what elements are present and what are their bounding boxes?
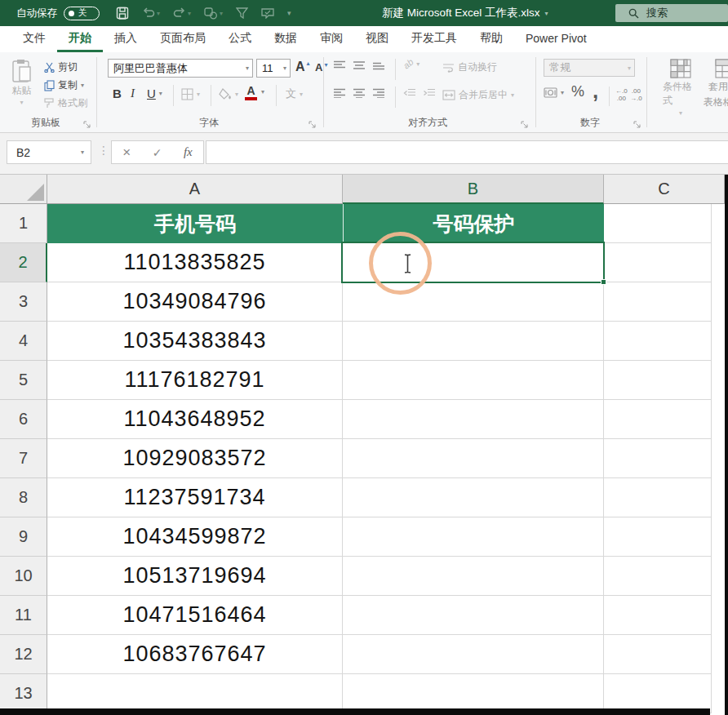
italic-button[interactable]: I: [131, 87, 135, 100]
underline-button[interactable]: U▾: [147, 87, 162, 100]
font-color-button[interactable]: A: [245, 85, 257, 100]
wrap-text-button[interactable]: 自动换行: [442, 60, 497, 74]
cell-c7[interactable]: [604, 439, 712, 478]
enter-button[interactable]: ✓: [153, 146, 162, 159]
cell-b8[interactable]: [343, 478, 604, 517]
phonetic-button[interactable]: 文▾: [286, 87, 303, 101]
tab-power-pivot[interactable]: Power Pivot: [514, 26, 598, 52]
align-right-icon[interactable]: [372, 88, 385, 98]
shapes-icon[interactable]: ▾: [204, 7, 223, 20]
tab-页面布局[interactable]: 页面布局: [149, 26, 217, 52]
tab-数据[interactable]: 数据: [263, 26, 309, 52]
cell-c5[interactable]: [604, 361, 712, 400]
row-header-8[interactable]: 8: [0, 478, 47, 517]
cell-a8[interactable]: 11237591734: [47, 478, 343, 517]
cancel-button[interactable]: ×: [122, 144, 131, 161]
increase-decimal-button[interactable]: ←.0.00: [615, 87, 628, 102]
cell-b4[interactable]: [343, 322, 604, 361]
align-bottom-icon[interactable]: [372, 60, 385, 70]
cell-a3[interactable]: 10349084796: [47, 282, 343, 322]
tab-视图[interactable]: 视图: [354, 26, 400, 52]
fill-color-button[interactable]: ▾: [219, 88, 238, 100]
cut-button[interactable]: 剪切: [44, 60, 78, 74]
cell-b11[interactable]: [343, 596, 604, 635]
copy-button[interactable]: 复制 ▾: [44, 78, 84, 92]
percent-button[interactable]: %: [571, 83, 584, 100]
align-middle-icon[interactable]: [353, 60, 366, 70]
redo-icon[interactable]: ▾: [173, 7, 191, 19]
tab-开始[interactable]: 开始: [57, 26, 103, 52]
cell-a5[interactable]: 11176182791: [47, 361, 343, 400]
merge-center-button[interactable]: 合并后居中 ▾: [442, 88, 514, 102]
column-header-a[interactable]: A: [47, 175, 343, 204]
tab-文件[interactable]: 文件: [11, 26, 57, 52]
format-as-table-button[interactable]: 套用 表格格式: [708, 59, 728, 109]
cell-c3[interactable]: [604, 282, 712, 322]
row-header-11[interactable]: 11: [0, 596, 47, 635]
cell-a1[interactable]: 手机号码: [47, 204, 343, 243]
save-icon[interactable]: [116, 7, 129, 20]
row-header-4[interactable]: 4: [0, 322, 47, 361]
decrease-decimal-button[interactable]: .00→.0: [630, 87, 642, 102]
cell-c1[interactable]: [604, 204, 712, 243]
tab-插入[interactable]: 插入: [103, 26, 149, 52]
cell-c4[interactable]: [604, 322, 712, 361]
filter-icon[interactable]: [236, 7, 248, 19]
accounting-format-button[interactable]: ▾: [544, 87, 564, 99]
tab-帮助[interactable]: 帮助: [468, 26, 514, 52]
cell-a12[interactable]: 10683767647: [47, 635, 343, 674]
row-header-13[interactable]: 13: [0, 674, 47, 713]
font-name-combo[interactable]: 阿里巴巴普惠体▾: [108, 59, 253, 78]
column-header-b[interactable]: B: [343, 175, 604, 204]
number-dialog-launcher-icon[interactable]: [633, 121, 641, 128]
cell-c12[interactable]: [604, 635, 712, 674]
row-header-3[interactable]: 3: [0, 282, 47, 322]
comma-button[interactable]: ,: [593, 78, 598, 104]
cell-b6[interactable]: [343, 400, 604, 439]
cell-a10[interactable]: 10513719694: [47, 557, 343, 596]
cell-c6[interactable]: [604, 400, 712, 439]
cell-a2[interactable]: 11013835825: [47, 243, 343, 282]
font-color-caret[interactable]: ▾: [261, 88, 264, 95]
cell-a13[interactable]: [47, 674, 343, 713]
clipboard-dialog-launcher-icon[interactable]: [83, 121, 91, 128]
cell-c13[interactable]: [604, 674, 712, 713]
tab-审阅[interactable]: 审阅: [309, 26, 354, 52]
row-header-5[interactable]: 5: [0, 361, 47, 400]
document-title[interactable]: 新建 Microsoft Excel 工作表.xlsx▾: [382, 0, 548, 26]
cell-b1[interactable]: 号码保护: [343, 204, 604, 243]
shrink-font-button[interactable]: A▾: [315, 61, 327, 73]
orientation-button[interactable]: ab ▾: [403, 59, 419, 69]
row-header-12[interactable]: 12: [0, 635, 47, 674]
cell-b10[interactable]: [343, 557, 604, 596]
cell-b3[interactable]: [343, 282, 604, 322]
column-header-c[interactable]: C: [604, 175, 725, 204]
autosave-toggle[interactable]: 关: [64, 7, 100, 20]
increase-indent-icon[interactable]: [423, 88, 436, 98]
cell-a6[interactable]: 11043648952: [47, 400, 343, 439]
insert-function-button[interactable]: fx: [184, 145, 193, 159]
cell-a7[interactable]: 10929083572: [47, 439, 343, 478]
name-box[interactable]: B2 ▾: [7, 140, 91, 164]
cell-b7[interactable]: [343, 439, 604, 478]
formula-input[interactable]: [206, 140, 728, 164]
grow-font-button[interactable]: A▴: [295, 60, 310, 74]
tab-公式[interactable]: 公式: [217, 26, 263, 52]
quick-command-icon[interactable]: [261, 8, 274, 19]
cell-b12[interactable]: [343, 635, 604, 674]
row-header-10[interactable]: 10: [0, 557, 47, 596]
cell-c8[interactable]: [604, 478, 712, 517]
cell-b2[interactable]: [343, 243, 604, 282]
cell-c2[interactable]: [604, 243, 712, 282]
cell-b5[interactable]: [343, 361, 604, 400]
cell-a4[interactable]: 10354383843: [47, 322, 343, 361]
row-header-6[interactable]: 6: [0, 400, 47, 439]
font-size-combo[interactable]: 11▾: [256, 59, 291, 78]
cell-c11[interactable]: [604, 596, 712, 635]
cell-c9[interactable]: [604, 517, 712, 557]
decrease-indent-icon[interactable]: [403, 88, 416, 98]
tab-开发工具[interactable]: 开发工具: [400, 26, 468, 52]
customize-toolbar-chevron-icon[interactable]: ▾: [287, 9, 291, 17]
row-header-7[interactable]: 7: [0, 439, 47, 478]
cell-b13[interactable]: [343, 674, 604, 713]
